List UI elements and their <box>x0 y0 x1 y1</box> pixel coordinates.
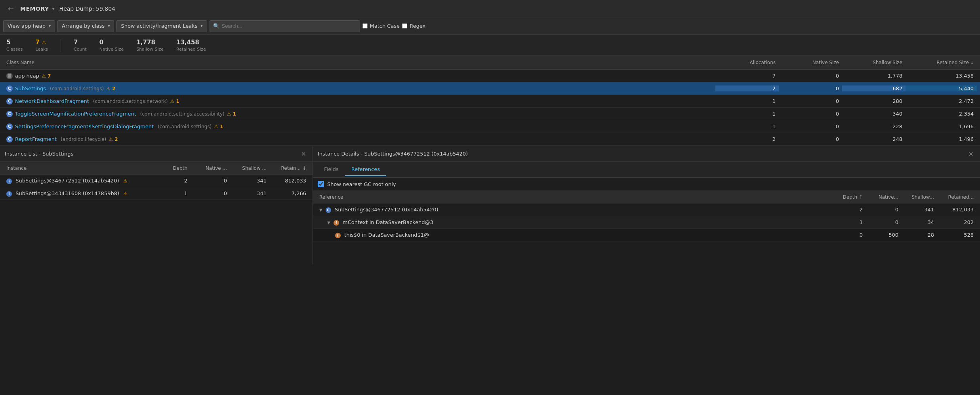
ref-shallow: 34 <box>902 219 937 225</box>
warn-badge: ⚠ 1 <box>214 124 223 129</box>
tab-references[interactable]: References <box>345 163 386 176</box>
table-row[interactable]: ▦ app heap ⚠ 7 7 0 1,778 13,458 <box>0 70 980 82</box>
class-icon: C <box>6 111 13 117</box>
ref-text: mContext in DataSaverBackend@3 <box>343 219 433 225</box>
regex-checkbox[interactable] <box>402 23 407 28</box>
search-icon: 🔍 <box>213 23 219 29</box>
search-input[interactable] <box>222 23 357 29</box>
arrange-label: Arrange by class <box>62 23 105 29</box>
count-value: 7 <box>74 39 87 46</box>
ref-retained: 812,033 <box>937 207 977 213</box>
class-text: ToggleScreenMagnificationPreferenceFragm… <box>15 111 136 117</box>
table-row[interactable]: C SubSettings (com.android.settings) ⚠ 2… <box>0 82 980 95</box>
instance-details-header: Instance Details - SubSettings@346772512… <box>313 146 980 162</box>
arrange-arrow: ▾ <box>108 24 110 28</box>
instance-native: 0 <box>191 190 230 196</box>
row-shallow: 248 <box>842 136 906 142</box>
row-allocations: 1 <box>715 111 779 117</box>
ref-depth: 1 <box>826 219 866 225</box>
stat-shallow: 1,778 Shallow Size <box>136 39 164 52</box>
classes-value: 5 <box>6 39 23 46</box>
match-case-label: Match Case <box>370 23 400 29</box>
class-text: SubSettings <box>15 85 46 91</box>
th-instance: Instance <box>3 165 159 171</box>
reference-row[interactable]: ▼ f mContext in DataSaverBackend@3 1 0 3… <box>313 216 980 229</box>
row-native: 0 <box>779 85 842 91</box>
view-heap-arrow: ▾ <box>49 24 51 28</box>
toolbar: View app heap ▾ Arrange by class ▾ Show … <box>0 17 980 35</box>
table-row[interactable]: C ReportFragment (androidx.lifecycle) ⚠ … <box>0 133 980 146</box>
warn-badge: ⚠ 1 <box>170 99 179 104</box>
row-native: 0 <box>779 111 842 117</box>
instance-shallow: 341 <box>230 178 270 184</box>
heap-icon: ▦ <box>6 73 13 79</box>
table-row[interactable]: C NetworkDashboardFragment (com.android.… <box>0 95 980 108</box>
ref-native: 500 <box>866 232 902 238</box>
ref-name: ▼ f mContext in DataSaverBackend@3 <box>316 219 826 226</box>
class-text: app heap <box>15 73 39 79</box>
reference-row[interactable]: f this$0 in DataSaverBackend$1@ 0 500 28… <box>313 229 980 241</box>
match-case-checkbox[interactable] <box>362 23 368 28</box>
stat-separator-1 <box>61 39 61 52</box>
instance-native: 0 <box>191 178 230 184</box>
row-class-name: ▦ app heap ⚠ 7 <box>3 73 715 79</box>
warn-badge: ⚠ 2 <box>109 137 118 142</box>
class-package: (com.android.settings.network) <box>93 99 168 104</box>
tab-fields[interactable]: Fields <box>318 163 345 176</box>
row-shallow: 280 <box>842 98 906 104</box>
instance-details-close[interactable]: × <box>967 149 975 158</box>
ref-icon: f <box>334 220 339 226</box>
ref-icon: f <box>335 233 341 238</box>
th-allocations: Allocations <box>715 60 779 65</box>
class-package: (com.android.settings) <box>158 124 212 129</box>
th-class-name: Class Name <box>3 60 715 65</box>
stat-count: 7 Count <box>74 39 87 52</box>
row-retained: 13,458 <box>906 73 977 79</box>
regex-label: Regex <box>410 23 425 29</box>
class-icon: C <box>6 123 13 130</box>
instance-details-panel: Instance Details - SubSettings@346772512… <box>313 146 980 264</box>
th-depth: Depth <box>159 165 191 171</box>
th-ref-retained: Retained... <box>937 194 977 200</box>
expand-arrow: ▼ <box>327 220 330 225</box>
row-retained: 2,354 <box>906 111 977 117</box>
instance-retained: 812,033 <box>270 178 309 184</box>
stat-retained: 13,458 Retained Size <box>176 39 206 52</box>
row-native: 0 <box>779 73 842 79</box>
gc-root-label: Show nearest GC root only <box>327 181 396 187</box>
regex-group: Regex <box>402 23 425 29</box>
th-reference: Reference <box>316 194 826 200</box>
stat-leaks: 7 ⚠ Leaks <box>35 39 48 52</box>
instance-list-close[interactable]: × <box>299 149 308 158</box>
shallow-label: Shallow Size <box>136 47 164 52</box>
row-allocations: 7 <box>715 73 779 79</box>
table-row[interactable]: C SettingsPreferenceFragment$SettingsDia… <box>0 120 980 133</box>
gc-root-checkbox[interactable] <box>318 181 324 187</box>
retained-value: 13,458 <box>176 39 206 46</box>
arrange-select[interactable]: Arrange by class ▾ <box>57 20 114 32</box>
leaks-label: Leaks <box>35 47 48 52</box>
back-button[interactable]: ← <box>5 3 17 14</box>
instance-row[interactable]: i SubSettings@346772512 (0x14ab5420) ⚠ 2… <box>0 175 313 187</box>
filter-arrow: ▾ <box>200 24 202 28</box>
match-case-group: Match Case <box>362 23 400 29</box>
gc-root-row: Show nearest GC root only <box>313 178 980 191</box>
reference-row[interactable]: ▼ C SubSettings@346772512 (0x14ab5420) 2… <box>313 203 980 216</box>
memory-dropdown-arrow[interactable]: ▾ <box>52 6 55 11</box>
class-package: (com.android.settings.accessibility) <box>140 111 225 117</box>
table-row[interactable]: C ToggleScreenMagnificationPreferenceFra… <box>0 108 980 120</box>
warn-badge: ⚠ 7 <box>42 73 51 79</box>
row-retained: 2,472 <box>906 98 977 104</box>
row-native: 0 <box>779 123 842 129</box>
instance-row[interactable]: i SubSettings@343431608 (0x147859b8) ⚠ 1… <box>0 187 313 200</box>
view-heap-select[interactable]: View app heap ▾ <box>3 20 55 32</box>
classes-label: Classes <box>6 47 23 52</box>
ref-name: f this$0 in DataSaverBackend$1@ <box>316 232 826 238</box>
instance-icon: i <box>6 191 12 197</box>
filter-select[interactable]: Show activity/fragment Leaks ▾ <box>116 20 207 32</box>
class-package: (com.android.settings) <box>50 86 104 91</box>
instance-list-header: Instance List - SubSettings × <box>0 146 313 162</box>
instance-list-title: Instance List - SubSettings <box>5 151 73 157</box>
instance-text: SubSettings@346772512 (0x14ab5420) <box>15 178 119 184</box>
th-ref-shallow: Shallow... <box>902 194 937 200</box>
